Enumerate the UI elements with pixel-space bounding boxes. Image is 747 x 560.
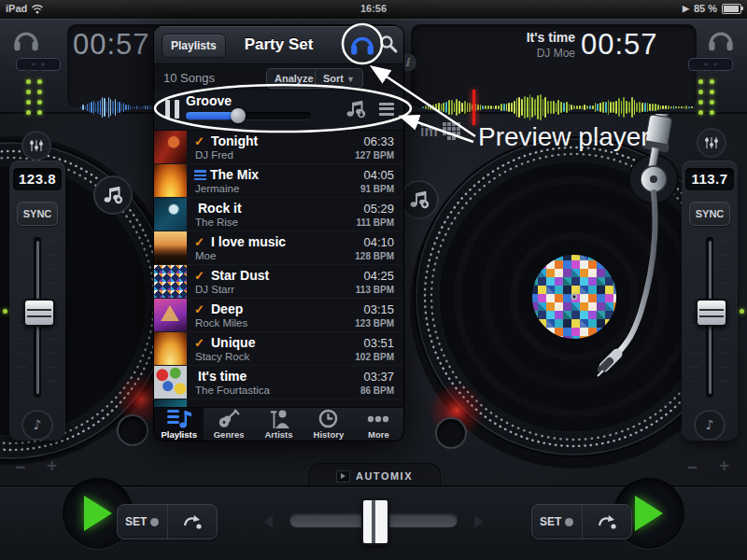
preview-headphone-button[interactable] <box>349 33 375 57</box>
load-track-icon-right[interactable] <box>400 180 439 219</box>
song-row[interactable]: The Mix Jermaine 04:05 91 BPM <box>154 164 403 198</box>
crossfader-thumb[interactable] <box>361 498 389 545</box>
album-art <box>154 164 187 197</box>
crossfader-right-arrow-icon <box>474 515 484 528</box>
pitch-slider-right[interactable] <box>682 235 738 399</box>
song-title: Tonight <box>211 133 258 148</box>
song-status-icon: ✓ <box>194 302 207 316</box>
search-icon[interactable] <box>378 34 399 54</box>
song-row[interactable]: Rock it The Rise 05:29 111 BPM <box>154 198 403 231</box>
playlists-back-button[interactable]: Playlists <box>162 34 226 58</box>
song-title: Unique <box>211 335 255 350</box>
algoriddim-grid-icon <box>443 122 461 141</box>
song-bpm: 86 BPM <box>360 385 394 396</box>
queue-list-icon[interactable] <box>379 103 394 116</box>
tab-more[interactable]: More <box>354 408 403 441</box>
song-title: Deep <box>211 301 243 316</box>
zoom-in-button-left[interactable]: + <box>47 455 57 476</box>
set-cue-button-right[interactable]: SET <box>532 505 582 539</box>
song-title: It's time <box>198 369 247 384</box>
preview-pause-button[interactable] <box>165 100 180 119</box>
song-artist: The Rise <box>194 217 356 228</box>
tab-artists[interactable]: Artists <box>254 408 303 441</box>
jump-cue-button-right[interactable] <box>582 505 632 539</box>
pitch-slider-left[interactable] <box>9 235 65 399</box>
song-row[interactable]: ✓ I love music Moe 04:10 128 BPM <box>154 231 403 265</box>
pitch-zero-led-left <box>3 309 7 314</box>
cue-group-right: SET <box>531 504 632 539</box>
keylock-note-icon-left[interactable]: ♪ <box>21 410 53 441</box>
library-header: Playlists Party Set <box>154 26 403 64</box>
tab-playlists[interactable]: Playlists <box>154 408 204 441</box>
sync-button-left[interactable]: SYNC <box>17 202 58 226</box>
song-title: I love music <box>211 234 286 249</box>
pitch-slider-thumb-right[interactable] <box>696 299 727 327</box>
song-bpm: 123 BPM <box>355 318 394 329</box>
analyze-button[interactable]: Analyze <box>266 68 322 89</box>
tab-label: History <box>314 429 345 440</box>
song-artist: DJ Fred <box>194 149 355 161</box>
song-status-icon: ✓ <box>194 269 207 283</box>
sort-button[interactable]: Sort ▼ <box>315 68 363 89</box>
song-bpm: 102 BPM <box>355 352 394 362</box>
fx-mixer-icon-left[interactable] <box>21 131 51 161</box>
djay-app: im 00:57 00:57 It' <box>0 0 747 560</box>
preview-progress-bar[interactable] <box>186 112 311 119</box>
preview-progress-thumb[interactable] <box>231 108 246 123</box>
song-duration: 03:37 <box>360 370 394 384</box>
led-meter-left <box>26 69 42 115</box>
crossfader-left-arrow-icon <box>263 515 273 528</box>
now-playing-right: It's time DJ Moe <box>439 30 575 60</box>
sync-button-right[interactable]: SYNC <box>689 202 730 226</box>
play-icon-right <box>635 496 663 531</box>
strobe-lamp-button-right[interactable] <box>435 417 467 449</box>
song-row[interactable]: It's time The Fourtastica 03:37 86 BPM <box>154 366 403 399</box>
fx-mixer-icon-right[interactable] <box>697 128 726 158</box>
play-icon-left <box>84 496 112 531</box>
song-status-icon: ✓ <box>194 134 207 148</box>
bpm-display-right: 113.7 <box>685 168 734 190</box>
song-duration: 04:05 <box>360 168 394 182</box>
library-panel: Playlists Party Set 10 Songs Analyze Sor… <box>154 26 403 441</box>
tab-history[interactable]: History <box>303 408 353 441</box>
song-row[interactable]: ✓ Star Dust DJ Starr 04:25 113 BPM <box>154 265 403 299</box>
album-art <box>154 265 187 298</box>
load-track-icon-left[interactable] <box>93 175 133 215</box>
deck-controls-right: 113.7 SYNC ♪ <box>682 161 738 441</box>
headphone-cue-icon-left[interactable] <box>12 28 40 52</box>
tab-label: Genres <box>214 429 245 440</box>
artists-icon <box>268 409 290 428</box>
keylock-note-icon-right[interactable]: ♪ <box>694 410 726 441</box>
song-row[interactable]: ✓ Unique Stacy Rock 03:51 102 BPM <box>154 332 403 366</box>
tab-label: Artists <box>264 429 292 440</box>
strobe-lamp-button-left[interactable] <box>117 414 148 446</box>
automix-button[interactable]: AUTOMIX <box>308 463 441 488</box>
deck-controls-left: 123.8 SYNC ♪ <box>9 161 65 441</box>
zoom-in-button-right[interactable]: + <box>719 455 729 476</box>
automix-play-icon <box>336 470 350 483</box>
song-row[interactable]: ✓ Deep Rock Miles 03:15 123 BPM <box>154 299 403 332</box>
album-art <box>154 366 187 399</box>
led-meter-right <box>698 69 714 115</box>
set-cue-button-left[interactable]: SET <box>118 505 167 539</box>
play-indicator-icon: ▶ <box>683 4 689 13</box>
pitch-slider-thumb-left[interactable] <box>23 299 55 327</box>
crossfader[interactable] <box>289 512 458 527</box>
waveform-right[interactable] <box>422 91 697 123</box>
add-to-queue-icon[interactable] <box>345 100 366 119</box>
jump-cue-button-left[interactable] <box>167 505 218 539</box>
curved-arrow-icon <box>597 513 617 530</box>
song-row[interactable]: The Flow 04:21 <box>154 399 403 407</box>
song-bpm: 128 BPM <box>355 251 394 261</box>
headphone-cue-icon-right[interactable] <box>707 28 735 52</box>
song-artist: Rock Miles <box>194 317 355 329</box>
zoom-out-button-right[interactable]: − <box>687 457 698 478</box>
zoom-out-button-left[interactable]: − <box>15 457 25 478</box>
song-row[interactable]: ✓ Tonight DJ Fred 06:33 127 BPM <box>154 131 403 164</box>
song-artist: Jermaine <box>194 183 360 194</box>
song-duration: 03:15 <box>355 302 394 316</box>
more-dots-icon <box>366 409 390 428</box>
tab-label: Playlists <box>161 429 197 440</box>
waveform-left[interactable] <box>80 93 153 121</box>
tab-genres[interactable]: Genres <box>204 408 253 441</box>
